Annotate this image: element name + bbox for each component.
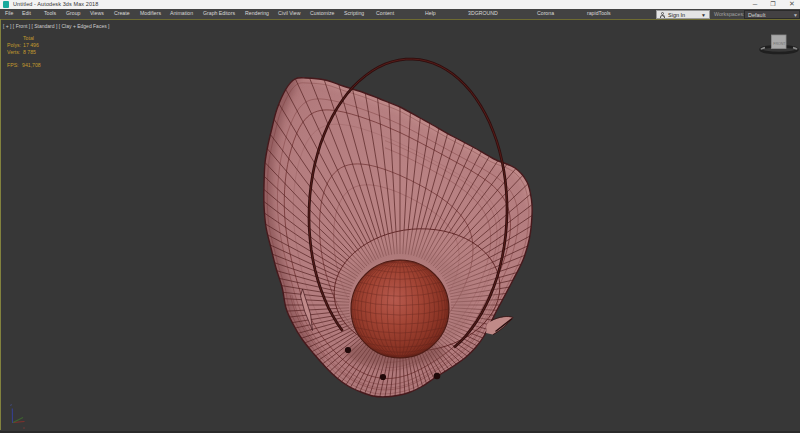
svg-text:x: x	[23, 425, 26, 430]
svg-text:z: z	[10, 402, 12, 407]
svg-text:FRONT: FRONT	[773, 42, 786, 46]
